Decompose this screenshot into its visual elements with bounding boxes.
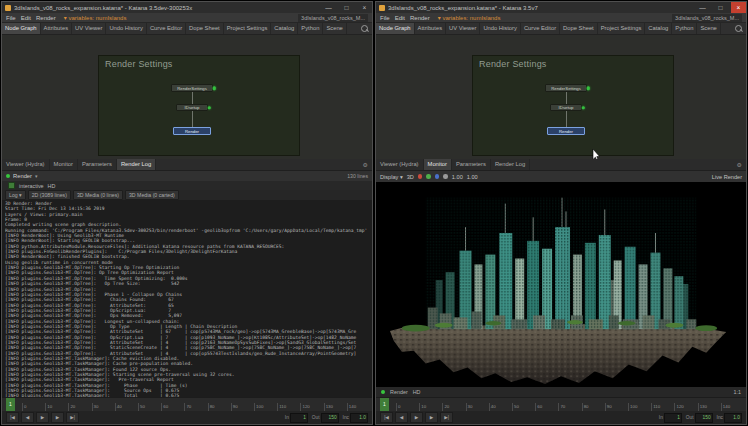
catalog-entry-name[interactable]: Render xyxy=(390,389,408,395)
log-filter-button[interactable]: 3D Media (0 lines) xyxy=(73,190,123,200)
tab-render-log[interactable]: Render Log xyxy=(117,159,156,170)
workspace-tab[interactable]: Attributes xyxy=(41,23,73,34)
alpha-channel-icon[interactable] xyxy=(443,174,448,179)
node-idsetup[interactable]: IDsetup xyxy=(550,104,582,111)
log-filter-button[interactable]: 2D (3089 lines) xyxy=(28,190,71,200)
tab-render-log[interactable]: Render Log xyxy=(491,159,530,170)
tab-parameters[interactable]: Parameters xyxy=(452,159,491,170)
node-graph-panel[interactable]: Render Settings RenderSettings IDsetup R… xyxy=(2,35,372,159)
timeline-ruler[interactable]: 1 0102030405060708090100110120130140 xyxy=(376,397,746,411)
chevron-down-icon[interactable]: ▾ xyxy=(35,173,38,179)
log-filter-button[interactable]: 3D Media (0 carted) xyxy=(125,190,179,200)
workspace-tab[interactable]: Python xyxy=(298,23,323,34)
monitor-viewport[interactable] xyxy=(376,182,746,387)
maximize-button[interactable]: □ xyxy=(713,2,728,13)
go-to-start-button[interactable]: |◀ xyxy=(6,412,19,423)
go-to-end-button[interactable]: ▶| xyxy=(440,412,453,423)
menu-item[interactable]: Render xyxy=(410,15,430,21)
workspace-tab[interactable]: Dope Sheet xyxy=(560,23,598,34)
document-tab[interactable]: 3dIslands_v08_rocks_M... xyxy=(672,14,742,22)
variables-badge[interactable]: ▾ variables: numIslands xyxy=(64,14,127,21)
workspace-tab[interactable]: Undo History xyxy=(106,23,147,34)
workspace-tab[interactable]: Python xyxy=(672,23,697,34)
render-selector[interactable]: Render xyxy=(13,173,32,179)
search-icon[interactable] xyxy=(361,25,368,32)
tab-monitor[interactable]: Monitor xyxy=(50,159,78,170)
gamma-value[interactable]: 1.00 xyxy=(467,174,478,180)
go-to-start-button[interactable]: |◀ xyxy=(380,412,393,423)
workspace-tab[interactable]: Undo History xyxy=(480,23,521,34)
log-filter-button[interactable]: Log ▾ xyxy=(5,190,26,200)
gear-icon[interactable]: ⚙ xyxy=(737,161,742,168)
workspace-tab[interactable]: Node Graph xyxy=(2,23,41,34)
catalog-entry-row[interactable]: interactive HD xyxy=(2,181,372,190)
variables-badge[interactable]: ▾ variables: numIslands xyxy=(438,14,501,21)
workspace-tab[interactable]: Catalog xyxy=(271,23,298,34)
step-forward-button[interactable]: ▶ xyxy=(51,412,64,423)
display-dropdown[interactable]: Display ▾ xyxy=(380,174,403,180)
menu-item[interactable]: File xyxy=(6,15,16,21)
field-value[interactable]: 1.0 xyxy=(350,413,368,423)
tab-parameters[interactable]: Parameters xyxy=(78,159,117,170)
titlebar[interactable]: 3dIslands_v08_rocks_expansion.katana* - … xyxy=(2,2,372,13)
nodegraph-canvas[interactable]: Render Settings RenderSettings IDsetup R… xyxy=(472,55,674,156)
render-log-output[interactable]: 3D Render: RenderStart Time: Fri Dec 13 … xyxy=(2,200,372,397)
step-back-button[interactable]: ◀ xyxy=(21,412,34,423)
gear-icon[interactable]: ⚙ xyxy=(363,161,368,168)
workspace-tab[interactable]: Scene xyxy=(697,23,720,34)
workspace-tab[interactable]: UV Viewer xyxy=(72,23,106,34)
node-render[interactable]: Render xyxy=(173,127,211,135)
play-button[interactable]: ▶ xyxy=(36,412,49,423)
workspace-tab[interactable]: Project Settings xyxy=(598,23,646,34)
workspace-tab[interactable]: Node Graph xyxy=(376,23,415,34)
workspace-tab[interactable]: Curve Editor xyxy=(147,23,186,34)
view-mode-toggle[interactable]: 3D xyxy=(407,174,414,180)
field-value[interactable]: 150 xyxy=(321,413,339,423)
menu-item[interactable]: Edit xyxy=(395,15,405,21)
field-value[interactable]: 1 xyxy=(290,413,308,423)
workspace-tab[interactable]: UV Viewer xyxy=(446,23,480,34)
maximize-button[interactable]: □ xyxy=(339,2,354,13)
workspace-tab[interactable]: Catalog xyxy=(645,23,672,34)
green-channel-icon[interactable] xyxy=(426,174,431,179)
workspace-tab[interactable]: Dope Sheet xyxy=(186,23,224,34)
playhead[interactable]: 1 xyxy=(380,398,389,411)
workspace-tab[interactable]: Project Settings xyxy=(224,23,272,34)
minimize-button[interactable]: — xyxy=(695,2,710,13)
minimize-button[interactable]: — xyxy=(321,2,336,13)
step-back-button[interactable]: ◀ xyxy=(395,412,408,423)
live-render-button[interactable]: Live Render xyxy=(712,174,742,180)
node-idsetup[interactable]: IDsetup xyxy=(176,104,208,111)
search-icon[interactable] xyxy=(735,25,742,32)
menu-item[interactable]: Edit xyxy=(21,15,31,21)
timeline-field[interactable]: In 1 xyxy=(659,413,682,423)
tab-monitor[interactable]: Monitor xyxy=(424,159,452,170)
timeline-field[interactable]: Out 150 xyxy=(312,413,339,423)
tab-viewer-hydra[interactable]: Viewer (Hydra) xyxy=(376,159,424,170)
node-rendersettings[interactable]: RenderSettings xyxy=(545,84,587,92)
red-channel-icon[interactable] xyxy=(418,174,423,179)
timeline-field[interactable]: In 1 xyxy=(285,413,308,423)
zoom-level[interactable]: 1:1 xyxy=(734,389,742,395)
document-tab[interactable]: 3dIslands_v08_rocks_M... xyxy=(298,14,368,22)
tab-viewer-hydra[interactable]: Viewer (Hydra) xyxy=(2,159,50,170)
timeline-field[interactable]: Inc 1.0 xyxy=(717,413,742,423)
timeline-field[interactable]: Out 150 xyxy=(686,413,713,423)
menu-item[interactable]: File xyxy=(380,15,390,21)
playhead[interactable]: 1 xyxy=(6,398,15,411)
nodegraph-canvas[interactable]: Render Settings RenderSettings IDsetup R… xyxy=(98,55,300,156)
field-value[interactable]: 1 xyxy=(664,413,682,423)
workspace-tab[interactable]: Attributes xyxy=(415,23,447,34)
workspace-tab[interactable]: Scene xyxy=(323,23,346,34)
node-graph-panel[interactable]: Render Settings RenderSettings IDsetup R… xyxy=(376,35,746,159)
node-rendersettings[interactable]: RenderSettings xyxy=(171,84,213,92)
field-value[interactable]: 1.0 xyxy=(724,413,742,423)
field-value[interactable]: 150 xyxy=(695,413,713,423)
close-button[interactable]: × xyxy=(731,2,746,13)
play-button[interactable]: ▶ xyxy=(410,412,423,423)
workspace-tab[interactable]: Curve Editor xyxy=(521,23,560,34)
step-forward-button[interactable]: ▶ xyxy=(425,412,438,423)
blue-channel-icon[interactable] xyxy=(435,174,440,179)
close-button[interactable]: × xyxy=(357,2,372,13)
go-to-end-button[interactable]: ▶| xyxy=(66,412,79,423)
